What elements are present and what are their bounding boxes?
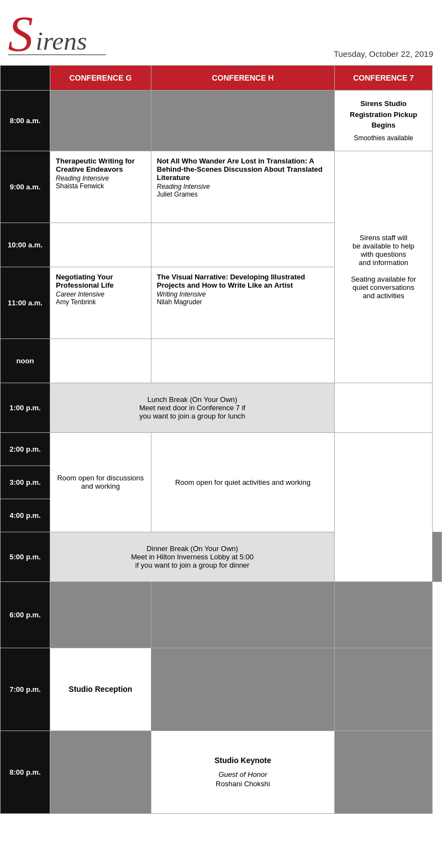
cell-afternoon-g: Room open for discussions and working — [50, 432, 151, 532]
time-2pm: 2:00 p.m. — [1, 432, 50, 465]
dinner-line3: if you want to join a group for dinner — [55, 561, 330, 569]
dinner-line1: Dinner Break (On Your Own) — [55, 544, 330, 553]
conf-7-header: CONFERENCE 7 — [335, 66, 433, 91]
svg-text:S: S — [8, 6, 33, 61]
session-h-11am-type: Writing Intensive — [157, 290, 329, 298]
time-8am: 8:00 a.m. — [1, 91, 50, 151]
staff-line7: and activities — [339, 292, 428, 300]
staff-line5: Seating available for — [339, 275, 428, 283]
conf-h-header: CONFERENCE H — [151, 66, 334, 91]
cell-dinner: Dinner Break (On Your Own) Meet in Hilto… — [50, 532, 335, 581]
cell-conf7-morning: Sirens staff will be available to help w… — [335, 151, 433, 383]
cell-10am-h — [151, 223, 334, 267]
cell-8pm-7 — [335, 731, 433, 813]
cell-8pm-h: Studio Keynote Guest of Honor Roshani Ch… — [151, 731, 334, 813]
cell-5pm-7 — [432, 532, 441, 581]
cell-7pm-7 — [335, 648, 433, 731]
cell-9am-h: Not All Who Wander Are Lost in Translati… — [151, 151, 334, 223]
session-h-9am-type: Reading Intensive — [157, 183, 329, 190]
staff-line6: quiet conversations — [339, 283, 428, 292]
table-row: 6:00 p.m. — [1, 581, 442, 648]
session-g-9am-title: Therapeutic Writing for Creative Endeavo… — [56, 157, 145, 173]
staff-line3: with questions — [339, 250, 428, 258]
cell-8am-h — [151, 91, 334, 151]
cell-afternoon-7 — [335, 432, 433, 581]
cell-6pm-7 — [335, 581, 433, 648]
cell-noon-h — [151, 338, 334, 383]
time-11am: 11:00 a.m. — [1, 267, 50, 338]
studio-reception-label: Studio Reception — [55, 685, 146, 694]
cell-afternoon-h: Room open for quiet activities and worki… — [151, 432, 334, 532]
table-row: 2:00 p.m. Room open for discussions and … — [1, 432, 442, 465]
sirens-logo: S irens — [6, 6, 116, 61]
lunch-line1: Lunch Break (On Your Own) — [55, 395, 330, 404]
session-g-9am-type: Reading Intensive — [56, 174, 145, 182]
cell-noon-g — [50, 338, 151, 383]
cell-10am-g — [50, 223, 151, 267]
cell-11am-g: Negotiating Your Professional Life Caree… — [50, 267, 151, 338]
cell-1pm-7 — [335, 383, 433, 432]
time-6pm: 6:00 p.m. — [1, 581, 50, 648]
cell-9am-g: Therapeutic Writing for Creative Endeavo… — [50, 151, 151, 223]
time-9am: 9:00 a.m. — [1, 151, 50, 223]
table-row: 7:00 p.m. Studio Reception — [1, 648, 442, 731]
session-g-11am-presenter: Amy Tenbrink — [56, 298, 145, 306]
session-g-11am-type: Career Intensive — [56, 290, 145, 298]
time-column-header — [1, 66, 50, 91]
table-row: 8:00 p.m. Studio Keynote Guest of Honor … — [1, 731, 442, 813]
staff-line4: and information — [339, 258, 428, 267]
afternoon-h-text: Room open for quiet activities and worki… — [157, 478, 329, 486]
time-5pm: 5:00 p.m. — [1, 532, 50, 581]
keynote-presenter: Roshani Chokshi — [156, 780, 330, 788]
registration-title: Sirens Studio Registration Pickup Begins — [339, 98, 428, 131]
lunch-line3: you want to join a group for lunch — [55, 412, 330, 420]
time-noon: noon — [1, 338, 50, 383]
afternoon-g-text: Room open for discussions and working — [56, 474, 145, 490]
cell-lunch: Lunch Break (On Your Own) Meet next door… — [50, 383, 335, 432]
keynote-title: Studio Keynote — [156, 756, 330, 765]
cell-8am-g — [50, 91, 151, 151]
cell-8am-7: Sirens Studio Registration Pickup Begins… — [335, 91, 433, 151]
smoothies-text: Smoothies available — [339, 133, 428, 143]
schedule-table: CONFERENCE G CONFERENCE H CONFERENCE 7 8… — [0, 65, 442, 814]
cell-6pm-g — [50, 581, 151, 648]
session-h-9am-title: Not All Who Wander Are Lost in Translati… — [157, 157, 329, 182]
cell-11am-h: The Visual Narrative: Developing Illustr… — [151, 267, 334, 338]
dinner-line2: Meet in Hilton Inverness Lobby at 5:00 — [55, 553, 330, 561]
lunch-line2: Meet next door in Conference 7 if — [55, 404, 330, 412]
time-10am: 10:00 a.m. — [1, 223, 50, 267]
time-1pm: 1:00 p.m. — [1, 383, 50, 432]
cell-7pm-g: Studio Reception — [50, 648, 151, 731]
session-g-9am-presenter: Shaista Fenwick — [56, 182, 145, 190]
time-4pm: 4:00 p.m. — [1, 499, 50, 532]
time-8pm: 8:00 p.m. — [1, 731, 50, 813]
session-h-11am-title: The Visual Narrative: Developing Illustr… — [157, 273, 329, 289]
conf-g-header: CONFERENCE G — [50, 66, 151, 91]
staff-line2: be available to help — [339, 242, 428, 250]
keynote-type: Guest of Honor — [156, 770, 330, 779]
session-h-11am-presenter: Nilah Magruder — [157, 298, 329, 306]
cell-6pm-h — [151, 581, 334, 648]
cell-7pm-h — [151, 648, 334, 731]
table-row: 8:00 a.m. Sirens Studio Registration Pic… — [1, 91, 442, 151]
table-row: 9:00 a.m. Therapeutic Writing for Creati… — [1, 151, 442, 223]
page-header: S irens Tuesday, October 22, 2019 — [0, 0, 442, 65]
session-g-11am-title: Negotiating Your Professional Life — [56, 273, 145, 289]
time-7pm: 7:00 p.m. — [1, 648, 50, 731]
session-h-9am-presenter: Juliet Grames — [157, 190, 329, 198]
table-row: 1:00 p.m. Lunch Break (On Your Own) Meet… — [1, 383, 442, 432]
staff-line1: Sirens staff will — [339, 234, 428, 242]
cell-8pm-g — [50, 731, 151, 813]
date-label: Tuesday, October 22, 2019 — [334, 49, 433, 61]
svg-text:irens: irens — [36, 27, 87, 55]
time-3pm: 3:00 p.m. — [1, 465, 50, 499]
